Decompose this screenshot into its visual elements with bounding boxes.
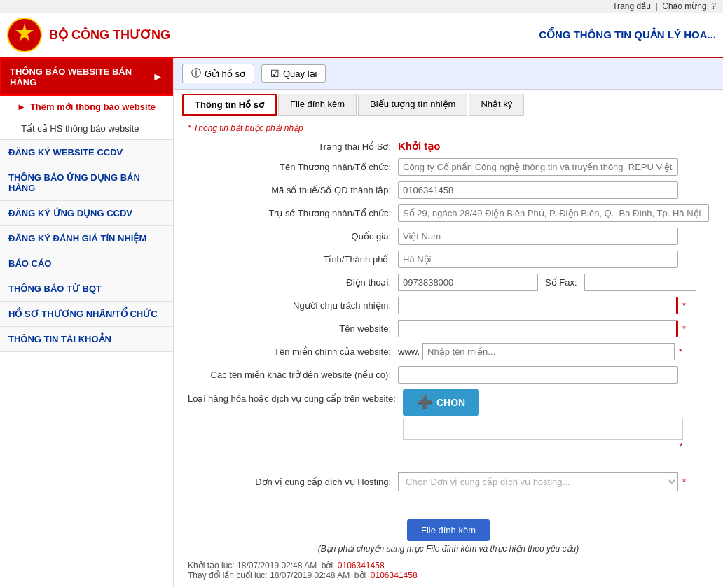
sidebar-item-bao-cao[interactable]: BÁO CÁO [0,251,173,276]
sidebar-item-ho-so-label: HỒ SƠ THƯƠNG NHÂN/TỔ CHỨC [8,309,158,319]
logo-area: BỘ CÔNG THƯƠNG [7,18,170,52]
quoc-gia-label: Quốc gia: [188,231,398,241]
info-icon: ⓘ [191,67,201,80]
hosting-label: Đơn vị cung cấp dịch vụ Hosting: [188,477,398,487]
sidebar-section-thong-bao: THÔNG BÁO WEBSITE BÁN HÀNG ► ► Thêm mới … [0,58,173,140]
ten-thuong-nhan-row: Tên Thương nhân/Tổ chức: [188,158,709,176]
tinh-tp-row: Tỉnh/Thành phố: [188,251,709,268]
required-star-loai-hang: * [680,441,683,451]
required-star-nguoi: * [682,300,686,311]
form-area: * Thông tin bắt buộc phải nhập Trạng thá… [174,116,723,587]
sidebar-item-bao-cao-label: BÁO CÁO [8,258,51,269]
log2-user[interactable]: 0106341458 [371,570,418,580]
ten-mien-input[interactable] [422,343,675,360]
required-star-website: * [682,323,686,334]
sidebar-item-thong-bao-ung-dung[interactable]: THÔNG BÁO ỨNG DỤNG BÁN HÀNG [0,165,173,201]
gui-ho-so-label: Gửi hồ sơ [205,69,245,79]
cac-mien-input[interactable] [398,366,678,384]
sidebar-item-dang-ky-ung-dung-label: ĐĂNG KÝ ỨNG DỤNG CCDV [8,208,132,218]
arrow-icon: ► [17,102,26,112]
phone-fax-row: Điện thoại: Số Fax: [188,274,709,291]
tab-nhat-ky[interactable]: Nhật ký [469,94,524,115]
topbar-right: Chào mừng: ? [662,1,716,11]
plus-icon: ➕ [417,395,432,410]
log2-label: Thay đổi lần cuối lúc: [188,570,268,580]
log-area: Khởi tạo lúc: 18/07/2019 02:48 AM bởi 01… [188,561,709,580]
sidebar-item-tai-khoan-label: THÔNG TIN TÀI KHOẢN [8,334,111,344]
ten-mien-row: Tên miền chính của website: www. * [188,343,709,360]
tinh-tp-input[interactable] [398,251,678,268]
sidebar-sub-them-moi-label: Thêm mới thông báo website [30,102,156,112]
quoc-gia-row: Quốc gia: [188,227,709,245]
sidebar-item-thong-bao-ung-dung-label: THÔNG BÁO ỨNG DỤNG BÁN HÀNG [8,172,140,193]
tru-so-input[interactable] [398,204,709,222]
log1-user[interactable]: 0106341458 [338,561,385,570]
sidebar-item-dang-ky-ccdv[interactable]: ĐĂNG KÝ WEBSITE CCDV [0,140,173,165]
main-content: ⓘ Gửi hồ sơ ☑ Quay lại Thông tin Hồ sơ F… [174,58,723,587]
loai-hang-label: Loại hàng hóa hoặc dịch vụ cung cấp trên… [188,389,403,404]
gui-ho-so-button[interactable]: ⓘ Gửi hồ sơ [182,64,254,83]
sidebar-item-danh-gia-tin-nhiem[interactable]: ĐĂNG KÝ ĐÁNH GIÁ TÍN NHIỆM [0,226,173,251]
sidebar-item-thong-tin-tai-khoan[interactable]: THÔNG TIN TÀI KHOẢN [0,327,173,352]
tab-bieu-tuong-tin-nhiem[interactable]: Biểu tượng tín nhiệm [358,94,467,115]
sidebar-item-dang-ky-ccdv-label: ĐĂNG KÝ WEBSITE CCDV [8,147,123,158]
file-section: File đính kèm (Bạn phải chuyển sang mục … [188,505,709,554]
file-dinh-kem-button[interactable]: File đính kèm [407,519,490,541]
topbar-left[interactable]: Trang đầu [612,1,651,11]
sidebar-item-ho-so-thuong-nhan[interactable]: HỒ SƠ THƯƠNG NHÂN/TỔ CHỨC [0,302,173,327]
file-note: (Bạn phải chuyển sang mục File đính kèm … [188,544,709,554]
required-note: * Thông tin bắt buộc phải nhập [188,123,709,133]
tab-file-dinh-kem[interactable]: File đính kèm [278,94,357,115]
quoc-gia-input[interactable] [398,227,678,245]
status-row: Trạng thái Hồ Sơ: Khởi tạo [188,140,709,153]
log2-row: Thay đổi lần cuối lúc: 18/07/2019 02:48 … [188,570,709,580]
top-bar: Trang đầu | Chào mừng: ? [0,0,723,13]
file-dinh-kem-label: File đính kèm [421,525,476,536]
nguoi-chiu-tn-row: Người chịu trách nhiệm: * [188,297,709,314]
sidebar-item-thong-bao-bqt-label: THÔNG BÁO TỪ BQT [8,284,102,294]
sidebar-item-dang-ky-ung-dung[interactable]: ĐĂNG KÝ ỨNG DỤNG CCDV [0,201,173,226]
tru-so-label: Trụ sở Thương nhân/Tổ chức: [188,208,398,218]
phone-input[interactable] [398,274,538,291]
chon-label: CHON [436,397,465,408]
ten-website-label: Tên website: [188,323,398,334]
hosting-select[interactable]: Chọn Đơn vị cung cấp dịch vụ hosting... [398,472,678,491]
phone-label: Điện thoại: [188,277,398,288]
required-star-hosting: * [682,477,686,487]
log1-time: 18/07/2019 02:48 AM [237,561,317,570]
ma-so-thue-row: Mã số thuế/Số QĐ thành lập: [188,181,709,199]
sidebar-sub-them-moi[interactable]: ► Thêm mới thông báo website [0,96,173,118]
sidebar: THÔNG BÁO WEBSITE BÁN HÀNG ► ► Thêm mới … [0,58,174,587]
sidebar-item-thong-bao-bqt[interactable]: THÔNG BÁO TỪ BQT [0,276,173,302]
chevron-right-icon: ► [152,71,163,83]
main-layout: THÔNG BÁO WEBSITE BÁN HÀNG ► ► Thêm mới … [0,58,723,587]
nguoi-chiu-tn-label: Người chịu trách nhiệm: [188,300,398,311]
ten-mien-label: Tên miền chính của website: [188,346,398,357]
cac-mien-row: Các tên miền khác trở đến website (nếu c… [188,366,709,384]
hosting-row: Đơn vị cung cấp dịch vụ Hosting: Chọn Đơ… [188,472,709,491]
tru-so-row: Trụ sở Thương nhân/Tổ chức: [188,204,709,222]
ten-website-input[interactable] [398,320,678,337]
fax-input[interactable] [584,274,696,291]
nguoi-chiu-tn-input[interactable] [398,297,678,314]
log2-time: 18/07/2019 02:48 AM [270,570,350,580]
ma-so-thue-input[interactable] [398,181,678,199]
sidebar-sub-tat-ca-label: Tất cả HS thông báo website [21,123,139,134]
sidebar-sub-tat-ca[interactable]: Tất cả HS thông báo website [0,118,173,139]
quay-lai-button[interactable]: ☑ Quay lại [261,64,326,83]
log2-by: bởi [354,570,366,580]
log1-label: Khởi tạo lúc: [188,561,235,570]
loai-hang-row: Loại hàng hóa hoặc dịch vụ cung cấp trên… [188,389,709,451]
logo-emblem [7,18,42,52]
header-subtitle: CỔNG THÔNG TIN QUẢN LÝ HOA... [539,29,716,41]
required-star-mien: * [679,346,682,357]
header: BỘ CÔNG THƯƠNG CỔNG THÔNG TIN QUẢN LÝ HO… [0,13,723,58]
chon-button[interactable]: ➕ CHON [403,389,479,416]
ten-thuong-nhan-input[interactable] [398,158,678,176]
ten-website-row: Tên website: * [188,320,709,337]
sidebar-item-thong-bao-website[interactable]: THÔNG BÁO WEBSITE BÁN HÀNG ► [0,58,173,96]
sidebar-item-danh-gia-label: ĐĂNG KÝ ĐÁNH GIÁ TÍN NHIỆM [8,233,146,244]
tab-thong-tin-ho-so[interactable]: Thông tin Hồ sơ [182,94,277,115]
tab-bar: Thông tin Hồ sơ File đính kèm Biểu tượng… [174,90,723,116]
cac-mien-label: Các tên miền khác trở đến website (nếu c… [188,370,398,380]
